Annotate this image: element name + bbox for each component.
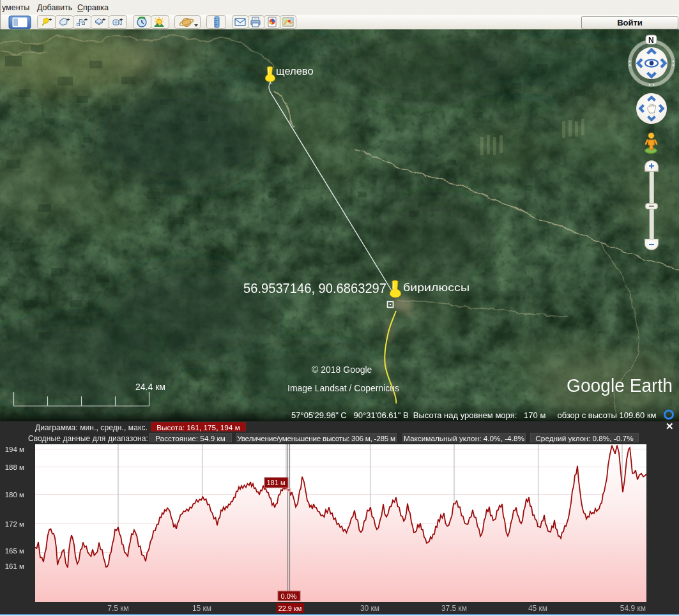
- svg-text:Image Landsat / Copernicus: Image Landsat / Copernicus: [287, 383, 399, 393]
- svg-text:0.0%: 0.0%: [280, 592, 296, 600]
- svg-text:7.5 км: 7.5 км: [107, 604, 129, 613]
- svg-text:15 км: 15 км: [192, 604, 211, 613]
- svg-text:+: +: [102, 17, 105, 23]
- svg-text:© 2018 Google: © 2018 Google: [312, 364, 372, 375]
- svg-text:+: +: [119, 17, 123, 23]
- svg-text:37.5 км: 37.5 км: [441, 604, 467, 613]
- svg-text:+: +: [49, 17, 52, 23]
- svg-text:+: +: [66, 17, 70, 23]
- svg-text:щелево: щелево: [276, 65, 314, 77]
- svg-text:30 км: 30 км: [360, 604, 379, 613]
- svg-text:+: +: [84, 17, 88, 23]
- svg-text:57°05'29.96" С 90°31'06.61": 57°05'29.96" С 90°31'06.61" В Высота над…: [291, 410, 657, 420]
- svg-text:172 м: 172 м: [5, 520, 24, 528]
- svg-text:161 м: 161 м: [5, 562, 24, 570]
- svg-text:24.4 км: 24.4 км: [135, 382, 165, 392]
- svg-text:181 м: 181 м: [267, 479, 286, 486]
- svg-text:N: N: [648, 36, 654, 45]
- svg-text:22.9 км: 22.9 км: [278, 605, 302, 612]
- svg-text:54.9 км: 54.9 км: [620, 604, 646, 613]
- svg-text:165 м: 165 м: [5, 547, 24, 555]
- svg-text:188 м: 188 м: [5, 463, 24, 471]
- svg-text:Google Earth: Google Earth: [567, 375, 673, 396]
- svg-text:56.9537146, 90.6863297: 56.9537146, 90.6863297: [243, 281, 386, 296]
- svg-text:194 м: 194 м: [5, 446, 24, 453]
- svg-text:бирилюссы: бирилюссы: [403, 282, 469, 293]
- svg-text:180 м: 180 м: [5, 491, 24, 499]
- svg-text:45 км: 45 км: [528, 604, 547, 613]
